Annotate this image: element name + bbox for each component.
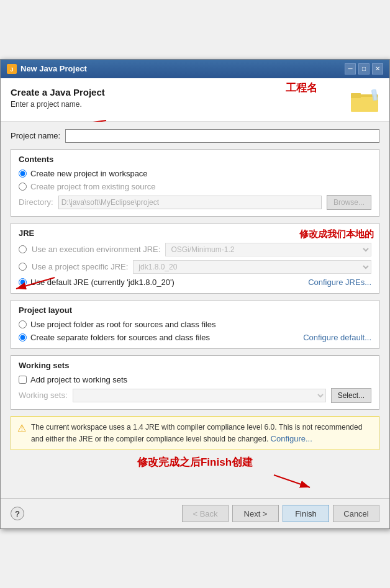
jre-execution-env-radio[interactable] [19, 245, 27, 253]
directory-label: Directory: [19, 197, 53, 207]
project-name-label: Project name: [11, 131, 60, 140]
contents-section: Contents Create new project in workspace… [11, 149, 379, 217]
warning-text: The current workspace uses a 1.4 JRE wit… [31, 422, 373, 445]
create-existing-project-label[interactable]: Create project from existing source [30, 182, 156, 191]
select-button[interactable]: Select... [331, 388, 371, 403]
warning-configure-link[interactable]: Configure... [271, 434, 312, 443]
bottom-annotation: 修改完成之后Finish创建 [11, 455, 379, 469]
create-new-project-label[interactable]: Create new project in workspace [30, 169, 148, 178]
jre-default-label[interactable]: Use default JRE (currently 'jdk1.8.0_20'… [30, 278, 175, 287]
project-layout-section: Project layout Use project folder as roo… [11, 300, 379, 349]
dialog-subtitle: Enter a project name. [11, 100, 105, 109]
configure-jres-link[interactable]: Configure JREs... [308, 278, 371, 287]
finish-button[interactable]: Finish [283, 505, 329, 522]
warning-icon: ⚠ [17, 422, 26, 434]
dialog-body: Create a Java Project Enter a project na… [1, 78, 389, 499]
create-new-project-row: Create new project in workspace [19, 169, 371, 178]
title-bar: J New Java Project ─ □ ✕ [1, 60, 389, 78]
layout-folder-root-radio[interactable] [19, 320, 27, 328]
jre-option2-row: Use a project specific JRE: jdk1.8.0_20 [19, 260, 371, 274]
warning-box: ⚠ The current workspace uses a 1.4 JRE w… [11, 416, 379, 451]
jre-option3-row: Use default JRE (currently 'jdk1.8.0_20'… [19, 278, 371, 287]
project-name-row: Project name: [11, 129, 379, 143]
help-button[interactable]: ? [11, 507, 24, 520]
maximize-button[interactable]: □ [358, 63, 370, 75]
close-button[interactable]: ✕ [372, 63, 383, 75]
folder-icon [350, 88, 379, 115]
finish-arrow-container [11, 472, 379, 491]
browse-button: Browse... [327, 195, 371, 210]
svg-rect-4 [351, 93, 361, 98]
jre-project-specific-label[interactable]: Use a project specific JRE: [32, 262, 128, 271]
configure-default-link[interactable]: Configure default... [303, 333, 371, 342]
working-sets-title: Working sets [19, 361, 371, 370]
jre-execution-env-select: OSGi/Minimum-1.2 [165, 243, 371, 256]
project-layout-title: Project layout [19, 305, 371, 315]
create-existing-project-radio[interactable] [19, 183, 27, 191]
jre-default-radio[interactable] [19, 278, 27, 286]
jre-option1-row: Use an execution environment JRE: OSGi/M… [19, 243, 371, 256]
dialog-content: Project name: Contents Create new projec… [1, 122, 389, 499]
jre-project-specific-select: jdk1.8.0_20 [133, 260, 371, 274]
svg-text:J: J [10, 66, 13, 73]
jre-project-specific-radio[interactable] [19, 263, 27, 271]
project-name-input[interactable] [65, 129, 379, 143]
layout-separate-folders-radio[interactable] [19, 333, 27, 341]
cancel-button[interactable]: Cancel [333, 505, 379, 522]
minimize-button[interactable]: ─ [345, 63, 356, 75]
new-java-project-window: J New Java Project ─ □ ✕ Create a Java P… [0, 59, 390, 530]
annotation-xiugai: 修改成我们本地的 [299, 228, 374, 240]
back-button[interactable]: < Back [182, 505, 229, 522]
add-working-sets-checkbox[interactable] [19, 376, 27, 384]
jre-section: JRE Use an execution environment JRE: OS… [11, 223, 379, 294]
annotation-gongchengming: 工程名 [286, 81, 317, 95]
arrow-to-finish [268, 472, 317, 491]
footer-buttons: < Back Next > Finish Cancel [182, 505, 379, 522]
layout-option2-row: Create separate folders for sources and … [19, 333, 371, 342]
window-icon: J [7, 64, 17, 74]
add-working-sets-label[interactable]: Add project to working sets [30, 375, 127, 384]
layout-separate-folders-label[interactable]: Create separate folders for sources and … [30, 333, 210, 342]
svg-line-12 [274, 475, 310, 487]
layout-option1-row: Use project folder as root for sources a… [19, 320, 371, 329]
directory-input [58, 196, 322, 209]
footer-left: ? [11, 507, 24, 520]
working-sets-label: Working sets: [19, 391, 68, 400]
window-controls: ─ □ ✕ [345, 63, 383, 75]
dialog-footer: ? < Back Next > Finish Cancel [1, 498, 389, 528]
jre-execution-env-label[interactable]: Use an execution environment JRE: [32, 245, 160, 254]
window-title: New Java Project [20, 64, 341, 73]
create-existing-project-row: Create project from existing source [19, 182, 371, 191]
working-sets-section: Working sets Add project to working sets… [11, 355, 379, 410]
working-sets-row: Working sets: Select... [19, 388, 371, 403]
dialog-title: Create a Java Project [11, 87, 105, 97]
create-new-project-radio[interactable] [19, 170, 27, 178]
directory-row: Directory: Browse... [19, 195, 371, 210]
next-button[interactable]: Next > [232, 505, 279, 522]
add-to-working-sets-row: Add project to working sets [19, 375, 371, 384]
contents-title: Contents [19, 155, 371, 164]
layout-folder-root-label[interactable]: Use project folder as root for sources a… [30, 320, 215, 329]
header-text: Create a Java Project Enter a project na… [11, 87, 105, 109]
dialog-header: Create a Java Project Enter a project na… [1, 78, 389, 122]
working-sets-select [73, 389, 326, 402]
